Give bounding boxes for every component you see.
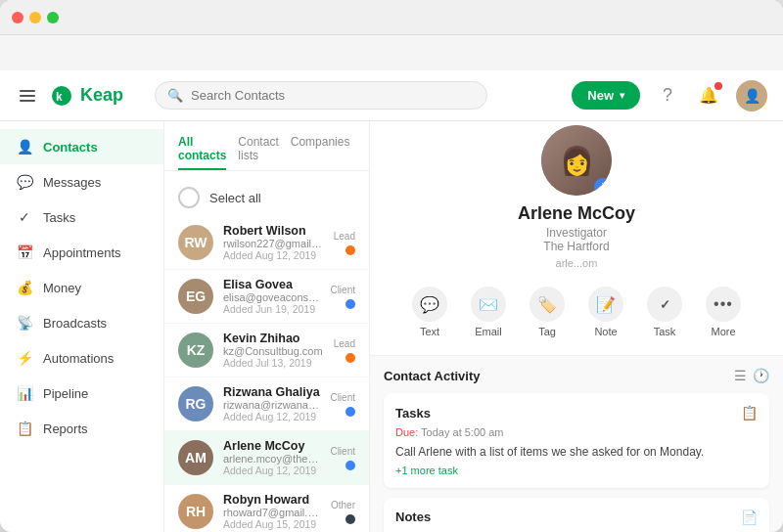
- profile-name: Arlene McCoy: [518, 203, 635, 224]
- money-icon: 💰: [16, 279, 33, 296]
- tab-contact-lists[interactable]: Contact lists: [238, 129, 278, 170]
- tab-all-contacts[interactable]: All contacts: [178, 129, 226, 170]
- new-button[interactable]: New ▾: [572, 81, 640, 110]
- app-window: k Keap 🔍 New ▾ ? 🔔 👤: [0, 0, 783, 532]
- contact-item[interactable]: RH Robyn Howard rhoward7@gmail.com Added…: [164, 485, 369, 532]
- tasks-card: Tasks 📋 Due: Today at 5:00 am Call Arlen…: [384, 393, 769, 488]
- select-all-row[interactable]: Select all: [164, 179, 369, 216]
- automations-icon: ⚡: [16, 349, 33, 367]
- close-dot[interactable]: [12, 12, 23, 23]
- badge-label: Other: [331, 500, 355, 510]
- badge-dot: [345, 353, 355, 363]
- contact-name: Kevin Zhihao: [223, 332, 324, 345]
- contact-badge: Client: [330, 446, 355, 470]
- task-due: Due: Today at 5:00 am: [395, 426, 758, 438]
- badge-label: Client: [330, 285, 355, 295]
- reports-icon: 📋: [16, 420, 33, 437]
- contact-avatar: RH: [178, 494, 213, 529]
- task-text: Call Arlene with a list of items we she …: [395, 444, 758, 461]
- sidebar-item-appointments[interactable]: 📅 Appointments: [0, 235, 163, 270]
- notes-card-icon[interactable]: 📄: [741, 510, 758, 525]
- topbar: k Keap 🔍 New ▾ ? 🔔 👤: [0, 70, 783, 121]
- contact-avatar: KZ: [178, 332, 213, 368]
- sidebar-item-money[interactable]: 💰 Money: [0, 270, 163, 305]
- contact-badge: Other: [331, 500, 355, 524]
- badge-dot: [345, 245, 355, 255]
- notifications-button[interactable]: 🔔: [695, 82, 722, 110]
- contact-badge: Lead: [334, 338, 355, 363]
- broadcasts-icon: 📡: [16, 314, 33, 332]
- user-avatar[interactable]: 👤: [736, 80, 767, 111]
- sidebar-item-pipeline[interactable]: 📊 Pipeline: [0, 376, 163, 411]
- badge-dot: [345, 407, 355, 417]
- contact-date: Added Aug 15, 2019: [223, 518, 321, 530]
- sidebar-item-reports[interactable]: 📋 Reports: [0, 411, 163, 446]
- contact-email: rizwana@rizwana789@gmail.com: [223, 399, 320, 411]
- email-icon: ✉️: [471, 287, 506, 322]
- task-action[interactable]: ✓ Task: [637, 281, 692, 343]
- help-button[interactable]: ?: [654, 82, 681, 110]
- profile-avatar: 👩 i: [541, 125, 612, 196]
- activity-clock-icon[interactable]: 🕐: [753, 368, 769, 383]
- search-input[interactable]: [191, 88, 475, 103]
- sidebar-item-broadcasts[interactable]: 📡 Broadcasts: [0, 305, 163, 340]
- more-icon: •••: [706, 287, 741, 322]
- contact-name: Elisa Govea: [223, 278, 320, 291]
- minimize-dot[interactable]: [29, 12, 41, 23]
- search-bar[interactable]: 🔍: [155, 81, 487, 110]
- tasks-more-link[interactable]: +1 more task: [395, 465, 758, 476]
- activity-list-icon[interactable]: ☰: [734, 368, 747, 383]
- tasks-card-icon[interactable]: 📋: [741, 405, 758, 421]
- task-icon: ✓: [647, 287, 682, 322]
- contact-name: Robert Wilson: [223, 224, 324, 238]
- contact-date: Added Jul 13, 2019: [223, 357, 324, 369]
- badge-label: Client: [330, 392, 355, 403]
- contact-date: Added Aug 12, 2019: [223, 465, 320, 476]
- badge-label: Lead: [334, 231, 355, 242]
- svg-text:k: k: [56, 90, 63, 104]
- contact-email: rhoward7@gmail.com: [223, 507, 321, 518]
- contacts-list: Select all RW Robert Wilson rwilson227@g…: [164, 171, 369, 532]
- content-area: 🏠 Home 👤 Contacts 💬 Messages ✓ Tasks 📅: [0, 86, 783, 532]
- appointments-icon: 📅: [16, 244, 33, 261]
- tag-action[interactable]: 🏷️ Tag: [520, 281, 575, 343]
- tab-companies[interactable]: Companies: [291, 129, 350, 170]
- contact-info: Rizwana Ghaliya rizwana@rizwana789@gmail…: [223, 385, 320, 422]
- sidebar-item-messages[interactable]: 💬 Messages: [0, 164, 163, 200]
- contact-item[interactable]: RW Robert Wilson rwilson227@gmail.com Ad…: [164, 216, 369, 270]
- text-icon: 💬: [412, 287, 447, 322]
- sidebar-item-tasks[interactable]: ✓ Tasks: [0, 200, 163, 235]
- tag-icon: 🏷️: [530, 287, 565, 322]
- contact-email: arlene.mcoy@thehartford.com: [223, 453, 320, 465]
- profile-info-badge[interactable]: i: [594, 178, 612, 196]
- badge-label: Lead: [334, 338, 355, 349]
- contact-badge: Client: [330, 392, 355, 417]
- pipeline-icon: 📊: [16, 384, 33, 402]
- note-action[interactable]: 📝 Note: [578, 281, 633, 343]
- email-action[interactable]: ✉️ Email: [461, 281, 516, 343]
- text-action[interactable]: 💬 Text: [402, 281, 457, 343]
- more-action[interactable]: ••• More: [696, 281, 751, 343]
- contact-activity: Contact Activity ☰ 🕐 Tasks 📋 Due: Today …: [370, 356, 783, 532]
- profile-email: arle...om: [556, 257, 598, 269]
- contact-item[interactable]: AM Arlene McCoy arlene.mcoy@thehartford.…: [164, 431, 369, 485]
- badge-dot: [345, 461, 355, 470]
- contact-avatar: RG: [178, 386, 213, 421]
- activity-icons: ☰ 🕐: [734, 368, 769, 383]
- topbar-right: New ▾ ? 🔔 👤: [572, 80, 767, 111]
- sidebar-item-contacts[interactable]: 👤 Contacts: [0, 129, 163, 164]
- contact-name: Arlene McCoy: [223, 439, 320, 453]
- sidebar-item-automations[interactable]: ⚡ Automations: [0, 340, 163, 376]
- maximize-dot[interactable]: [47, 12, 59, 23]
- messages-icon: 💬: [16, 173, 33, 191]
- select-all-checkbox[interactable]: [178, 187, 200, 208]
- hamburger-button[interactable]: [16, 86, 39, 106]
- contact-badge: Client: [330, 285, 355, 309]
- contact-item[interactable]: RG Rizwana Ghaliya rizwana@rizwana789@gm…: [164, 377, 369, 431]
- window-controls: [12, 12, 59, 23]
- contact-item[interactable]: EG Elisa Govea elisa@goveaconsult.com Ad…: [164, 270, 369, 324]
- contact-item[interactable]: KZ Kevin Zhihao kz@Consultbug.com Added …: [164, 324, 369, 377]
- search-icon: 🔍: [167, 88, 183, 103]
- contact-email: kz@Consultbug.com: [223, 345, 324, 357]
- activity-header: Contact Activity ☰ 🕐: [384, 368, 769, 383]
